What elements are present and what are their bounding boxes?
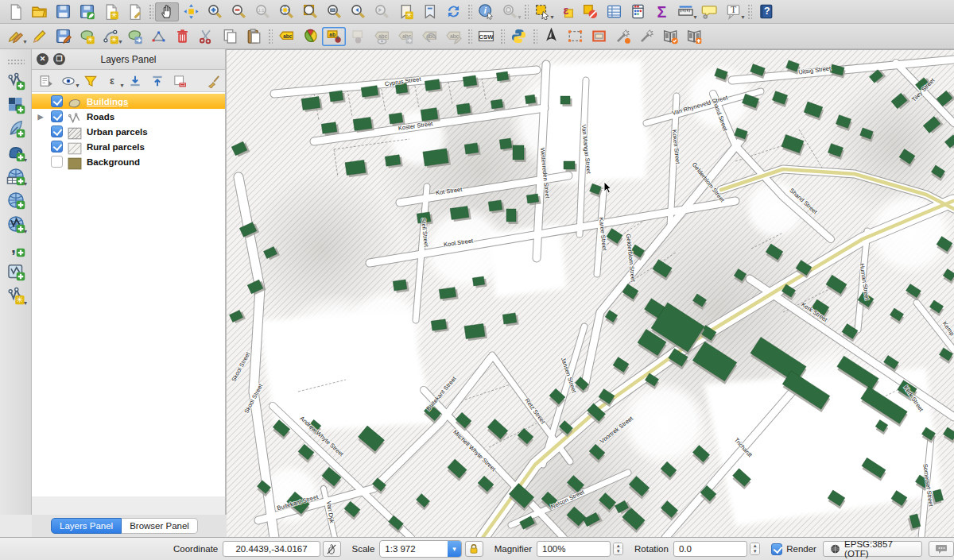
catalog-check-plugin-icon[interactable] — [658, 27, 682, 46]
layer-labeling-icon[interactable]: abc — [274, 27, 298, 46]
filter-expression-icon[interactable]: ε▼ — [102, 72, 124, 90]
crs-status-button[interactable]: EPSG:3857 (OTF) — [823, 541, 922, 557]
deselect-all-icon[interactable] — [578, 2, 602, 21]
select-features-icon[interactable]: ▼ — [530, 2, 554, 21]
collapse-all-icon[interactable] — [146, 72, 169, 90]
layer-styling-icon[interactable] — [35, 72, 57, 90]
select-expression-icon[interactable]: ε — [554, 2, 578, 21]
main-toolbar: ✳1:1✳i▼▼εΣ▼T▼? — [0, 0, 954, 24]
new-bookmark-icon[interactable]: ✳ — [394, 2, 417, 21]
help-icon[interactable]: ? — [754, 2, 778, 21]
map-tips-icon[interactable] — [697, 2, 721, 21]
dock-tab-browser-panel[interactable]: Browser Panel — [122, 518, 198, 534]
magic-wand-plugin-icon[interactable] — [634, 27, 658, 46]
layer-visibility-icon[interactable]: ▼ — [57, 72, 80, 90]
layer-visibility-checkbox[interactable] — [51, 110, 63, 122]
layer-visibility-checkbox[interactable] — [51, 95, 63, 107]
new-composer-icon[interactable]: ✳ — [99, 2, 122, 21]
filter-legend-icon[interactable] — [80, 72, 102, 90]
add-wfs-layer-icon[interactable]: ▼ — [4, 212, 28, 236]
pan-map-icon[interactable] — [155, 2, 179, 21]
layer-diagram-icon[interactable] — [298, 27, 322, 46]
map-canvas[interactable]: Cyprus StreetKoster StreetKot StreetKool… — [227, 49, 954, 537]
zoom-in-icon[interactable] — [203, 2, 227, 21]
field-calculator-icon[interactable] — [626, 2, 650, 21]
layer-label: Urban parcels — [87, 127, 148, 137]
save-project-icon[interactable] — [51, 2, 75, 21]
open-project-icon[interactable] — [27, 2, 51, 21]
catalog-add-plugin-icon[interactable] — [682, 27, 706, 46]
new-project-icon[interactable] — [3, 2, 27, 21]
layer-label: Background — [87, 157, 140, 167]
remove-layer-icon[interactable] — [169, 72, 191, 90]
layer-visibility-checkbox[interactable] — [51, 141, 63, 153]
add-vector-layer-icon[interactable] — [4, 69, 28, 93]
rotation-stepper[interactable]: ▲▼ — [750, 543, 760, 555]
expand-all-icon[interactable] — [124, 72, 146, 90]
set-extent-plugin-icon[interactable] — [587, 27, 611, 46]
metasearch-csw-icon[interactable]: CSW — [474, 27, 498, 46]
layer-item-roads[interactable]: ▶Roads — [32, 109, 225, 124]
add-circular-string-icon[interactable]: ✳▼ — [99, 27, 122, 46]
zoom-full-icon[interactable] — [274, 2, 298, 21]
svg-text:ε: ε — [110, 75, 114, 86]
pin-labels-icon[interactable]: ab — [322, 27, 346, 46]
add-postgis-layer-icon[interactable]: ▼ — [4, 141, 28, 164]
magnifier-input[interactable]: 100% — [537, 541, 611, 557]
north-arrow-plugin-icon[interactable] — [539, 27, 563, 46]
magnifier-stepper[interactable]: ▲▼ — [613, 543, 623, 555]
layer-item-rural-parcels[interactable]: Rural parcels — [32, 139, 225, 154]
new-shapefile-layer-icon[interactable]: ✳▼ — [4, 284, 28, 307]
move-feature-icon[interactable] — [122, 27, 146, 46]
cut-features-icon[interactable] — [194, 27, 218, 46]
save-layer-edits-icon[interactable] — [51, 27, 75, 46]
zoom-to-selection-icon[interactable] — [298, 2, 322, 21]
zoom-out-icon[interactable] — [227, 2, 250, 21]
statistics-icon[interactable]: Σ — [650, 2, 673, 21]
clear-all-icon[interactable] — [203, 72, 225, 90]
scale-combobox[interactable]: 1:3 972 ▾ — [379, 540, 462, 558]
node-tool-icon[interactable] — [146, 27, 170, 46]
pan-to-selection-icon[interactable] — [179, 2, 203, 21]
layer-visibility-checkbox[interactable] — [51, 156, 63, 168]
text-annotation-icon[interactable]: T▼ — [721, 2, 745, 21]
save-project-as-icon[interactable] — [75, 2, 99, 21]
add-wms-layer-icon[interactable]: ▼ — [4, 164, 28, 188]
show-bookmarks-icon[interactable] — [417, 2, 441, 21]
unpin-labels-icon — [346, 27, 370, 46]
messages-icon[interactable] — [929, 541, 954, 557]
delete-selected-icon[interactable] — [170, 27, 194, 46]
coordinate-input[interactable]: 20.4439,-34.0167 — [223, 541, 320, 557]
paste-features-icon[interactable] — [242, 27, 266, 46]
magic-wand-run-plugin-icon[interactable] — [611, 27, 634, 46]
copy-features-icon[interactable] — [218, 27, 242, 46]
scale-dropdown-icon[interactable]: ▾ — [448, 541, 461, 557]
measure-icon[interactable]: ▼ — [673, 2, 697, 21]
expand-arrow-icon[interactable]: ▶ — [35, 113, 46, 121]
add-spatialite-layer-icon[interactable] — [4, 117, 28, 141]
layer-visibility-checkbox[interactable] — [51, 126, 63, 137]
scale-lock-icon[interactable] — [465, 541, 483, 557]
refresh-icon[interactable] — [441, 2, 465, 21]
new-geopackage-layer-icon[interactable] — [4, 260, 28, 284]
layer-item-urban-parcels[interactable]: Urban parcels — [32, 124, 225, 139]
mouse-tracking-icon[interactable] — [323, 541, 341, 557]
zoom-to-layer-icon[interactable] — [322, 2, 346, 21]
select-region-plugin-icon[interactable] — [563, 27, 587, 46]
render-checkbox[interactable] — [771, 543, 782, 555]
composer-manager-icon[interactable] — [122, 2, 146, 21]
add-wcs-layer-icon[interactable] — [4, 188, 28, 212]
attribute-table-icon[interactable] — [602, 2, 626, 21]
add-delimited-text-icon[interactable]: , — [4, 236, 28, 260]
toggle-editing-icon[interactable] — [27, 27, 51, 46]
dock-tab-layers-panel[interactable]: Layers Panel — [51, 518, 122, 534]
layer-item-buildings[interactable]: Buildings — [32, 94, 225, 109]
layer-item-background[interactable]: Background — [32, 154, 225, 169]
current-edits-icon[interactable]: ▼ — [3, 27, 27, 46]
python-console-icon[interactable] — [506, 27, 530, 46]
zoom-last-icon[interactable] — [346, 2, 370, 21]
rotation-input[interactable]: 0.0 — [673, 541, 747, 557]
add-feature-icon[interactable]: ✳ — [75, 27, 99, 46]
add-raster-layer-icon[interactable] — [4, 93, 28, 117]
identify-icon[interactable]: i — [474, 2, 498, 21]
